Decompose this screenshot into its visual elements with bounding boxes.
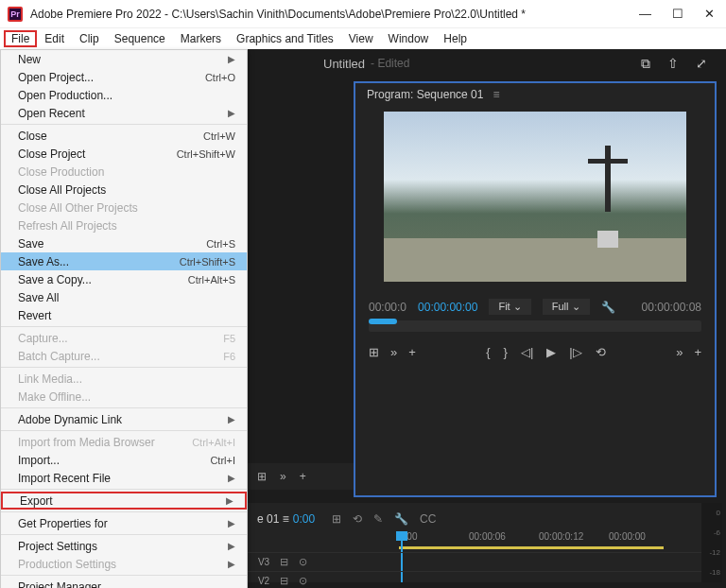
minimize-button[interactable]: — bbox=[639, 7, 651, 21]
workspace: Untitled - Edited ⧉ ⇧ ⤢ New▶Open Project… bbox=[0, 49, 726, 588]
menu-item-capture[interactable]: Capture...F5 bbox=[1, 329, 247, 347]
program-timecode[interactable]: 00:00:00:00 bbox=[418, 301, 477, 314]
menu-window[interactable]: Window bbox=[381, 30, 437, 47]
file-dropdown: New▶Open Project...Ctrl+OOpen Production… bbox=[0, 49, 248, 588]
prog-plus-icon[interactable]: + bbox=[694, 345, 701, 359]
menu-item-close-production[interactable]: Close Production bbox=[1, 163, 247, 181]
step-fwd-icon[interactable]: |▷ bbox=[569, 345, 581, 359]
menu-clip[interactable]: Clip bbox=[72, 30, 107, 47]
sequence-timecode[interactable]: 0:00 bbox=[293, 512, 315, 526]
program-preview[interactable] bbox=[384, 112, 686, 282]
menu-edit[interactable]: Edit bbox=[37, 30, 72, 47]
maximize-button[interactable]: ☐ bbox=[672, 7, 683, 21]
work-area-bar[interactable] bbox=[399, 546, 664, 549]
step-back-icon[interactable]: ◁| bbox=[521, 345, 533, 359]
quality-select[interactable]: Full ⌄ bbox=[543, 299, 590, 315]
menu-item-import[interactable]: Import...Ctrl+I bbox=[1, 451, 247, 469]
program-time-left: 00:00:0 bbox=[369, 301, 406, 314]
add-icon[interactable]: + bbox=[408, 345, 416, 359]
app-icon: Pr bbox=[8, 7, 23, 22]
new-window-icon[interactable]: ⧉ bbox=[641, 56, 650, 72]
src-plus-icon[interactable]: + bbox=[300, 470, 306, 483]
menu-item-get-properties-for[interactable]: Get Properties for▶ bbox=[1, 514, 247, 532]
menu-item-production-settings[interactable]: Production Settings▶ bbox=[1, 555, 247, 573]
audio-meter: 0-6-12-18 bbox=[701, 503, 722, 582]
loop-icon[interactable]: ⟲ bbox=[596, 345, 606, 359]
menu-item-open-recent[interactable]: Open Recent▶ bbox=[1, 104, 247, 122]
track-v2[interactable]: V2⊟⊙ bbox=[248, 571, 717, 588]
menu-markers[interactable]: Markers bbox=[173, 30, 229, 47]
menu-item-make-offline[interactable]: Make Offline... bbox=[1, 388, 247, 406]
menu-graphics[interactable]: Graphics and Titles bbox=[229, 30, 341, 47]
source-controls-strip: ⊞ » + bbox=[248, 463, 357, 490]
menu-item-refresh-all-projects[interactable]: Refresh All Projects bbox=[1, 216, 247, 234]
share-icon[interactable]: ⇧ bbox=[667, 56, 679, 72]
insert-icon[interactable]: ⊞ bbox=[369, 345, 379, 359]
menu-item-link-media[interactable]: Link Media... bbox=[1, 370, 247, 388]
workspace-tab[interactable]: Untitled bbox=[323, 57, 365, 71]
menu-item-close-project[interactable]: Close ProjectCtrl+Shift+W bbox=[1, 145, 247, 163]
timeline[interactable]: 3:00 00:00:06 00:00:0:12 00:00:00 V3⊟⊙ V… bbox=[248, 531, 717, 582]
menu-item-save-a-copy[interactable]: Save a Copy...Ctrl+Alt+S bbox=[1, 270, 247, 288]
menu-sequence[interactable]: Sequence bbox=[107, 30, 173, 47]
cc-icon[interactable]: CC bbox=[420, 512, 436, 526]
link-icon[interactable]: ⟲ bbox=[353, 512, 362, 526]
menu-item-project-settings[interactable]: Project Settings▶ bbox=[1, 537, 247, 555]
menu-item-import-recent-file[interactable]: Import Recent File▶ bbox=[1, 469, 247, 487]
eye-icon[interactable]: ⊙ bbox=[299, 575, 318, 587]
menu-item-revert[interactable]: Revert bbox=[1, 306, 247, 324]
overwrite-icon[interactable]: » bbox=[390, 345, 397, 359]
prog-raquo-icon[interactable]: » bbox=[676, 345, 683, 359]
program-scrubber[interactable] bbox=[369, 320, 701, 332]
snap-icon[interactable]: ⊞ bbox=[332, 512, 341, 526]
menubar: File Edit Clip Sequence Markers Graphics… bbox=[0, 28, 726, 49]
play-icon[interactable]: ▶ bbox=[546, 345, 556, 359]
menu-item-import-from-media-browser[interactable]: Import from Media BrowserCtrl+Alt+I bbox=[1, 433, 247, 451]
track-v3[interactable]: V3⊟⊙ bbox=[248, 552, 717, 571]
close-button[interactable]: ✕ bbox=[704, 7, 715, 21]
menu-item-open-production[interactable]: Open Production... bbox=[1, 86, 247, 104]
menu-file[interactable]: File bbox=[4, 30, 37, 47]
zoom-fit-select[interactable]: Fit ⌄ bbox=[489, 299, 530, 315]
menu-item-batch-capture[interactable]: Batch Capture...F6 bbox=[1, 347, 247, 365]
menu-item-open-project[interactable]: Open Project...Ctrl+O bbox=[1, 68, 247, 86]
menu-item-save-as[interactable]: Save As...Ctrl+Shift+S bbox=[1, 252, 247, 270]
menu-item-export[interactable]: Export▶ bbox=[1, 492, 247, 510]
mark-in-icon[interactable]: { bbox=[486, 345, 490, 359]
menu-item-close-all-projects[interactable]: Close All Projects bbox=[1, 181, 247, 199]
sequence-header: e 01 ≡ 0:00 ⊞ ⟲ ✎ 🔧 CC bbox=[248, 503, 717, 535]
menu-item-save-all[interactable]: Save All bbox=[1, 288, 247, 306]
menu-help[interactable]: Help bbox=[436, 30, 475, 47]
expand-icon[interactable]: ⤢ bbox=[696, 56, 707, 72]
eye-icon[interactable]: ⊙ bbox=[299, 556, 318, 568]
workspace-header: Untitled - Edited ⧉ ⇧ ⤢ bbox=[248, 49, 726, 78]
menu-item-project-manager[interactable]: Project Manager... bbox=[1, 578, 247, 588]
program-monitor: Program: Sequence 01 ≡ 00:00:0 00:00:00:… bbox=[354, 81, 717, 497]
menu-item-save[interactable]: SaveCtrl+S bbox=[1, 234, 247, 252]
marker-tool-icon[interactable]: ✎ bbox=[373, 512, 383, 526]
src-raquo-icon[interactable]: » bbox=[280, 470, 286, 483]
menu-item-close[interactable]: CloseCtrl+W bbox=[1, 127, 247, 145]
target-icon[interactable]: ⊟ bbox=[280, 556, 299, 568]
menu-item-adobe-dynamic-link[interactable]: Adobe Dynamic Link▶ bbox=[1, 410, 247, 428]
workspace-edited: - Edited bbox=[371, 57, 409, 70]
program-duration: 00:00:00:08 bbox=[642, 301, 701, 314]
program-menu-icon[interactable]: ≡ bbox=[493, 88, 499, 101]
window-title: Adobe Premiere Pro 2022 - C:\Users\Sachi… bbox=[30, 8, 639, 21]
titlebar: Pr Adobe Premiere Pro 2022 - C:\Users\Sa… bbox=[0, 0, 726, 28]
wrench-icon[interactable]: 🔧 bbox=[394, 512, 408, 526]
mark-out-icon[interactable]: } bbox=[504, 345, 508, 359]
program-tab[interactable]: Program: Sequence 01 bbox=[367, 88, 483, 101]
sequence-tab[interactable]: e 01 ≡ bbox=[257, 512, 289, 526]
menu-view[interactable]: View bbox=[341, 30, 381, 47]
target-icon[interactable]: ⊟ bbox=[280, 575, 299, 587]
menu-item-new[interactable]: New▶ bbox=[1, 50, 247, 68]
settings-icon[interactable]: 🔧 bbox=[601, 301, 615, 314]
src-snap-icon[interactable]: ⊞ bbox=[257, 470, 267, 483]
menu-item-close-all-other-projects[interactable]: Close All Other Projects bbox=[1, 199, 247, 216]
